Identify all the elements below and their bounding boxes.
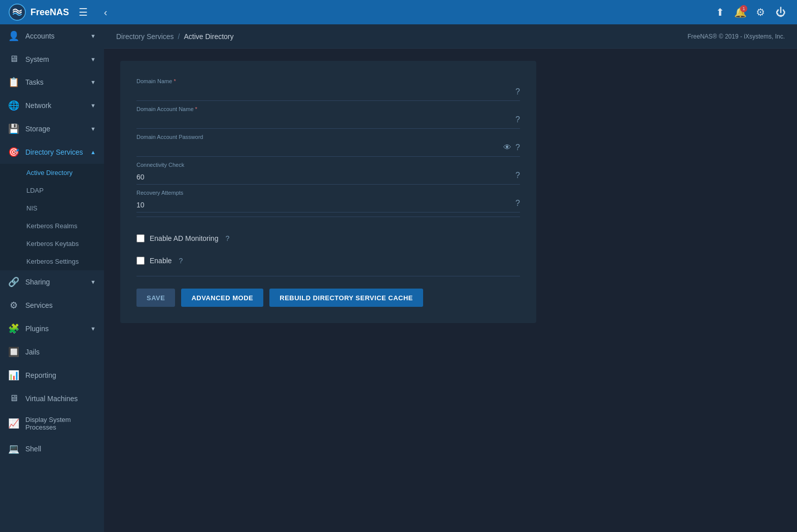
button-row: SAVE ADVANCED MODE REBUILD DIRECTORY SER… [136, 289, 520, 307]
plugins-arrow: ▼ [90, 326, 96, 332]
enable-checkbox[interactable] [136, 257, 145, 265]
kerberos-settings-label: Kerberos Settings [26, 258, 79, 265]
sidebar-item-jails[interactable]: 🔲 Jails [0, 340, 104, 364]
sidebar-sub-item-nis[interactable]: NIS [0, 199, 104, 217]
recovery-attempts-value: 10 [136, 200, 515, 210]
sidebar-sub-item-kerberos-settings[interactable]: Kerberos Settings [0, 253, 104, 270]
virtual-machines-icon: 🖥 [8, 393, 19, 404]
main-layout: 👤 Accounts ▼ 🖥 System ▼ 📋 Tasks ▼ 🌐 Netw… [0, 24, 797, 532]
enable-label[interactable]: Enable [150, 257, 172, 265]
domain-account-name-required: * [195, 106, 197, 112]
reporting-icon: 📊 [8, 370, 19, 381]
accounts-icon: 👤 [8, 30, 19, 42]
sidebar-item-reporting[interactable]: 📊 Reporting [0, 364, 104, 387]
sidebar-label-network: Network [25, 101, 84, 110]
sidebar-item-services[interactable]: ⚙ Services [0, 294, 104, 317]
sidebar-sub-item-kerberos-keytabs[interactable]: Kerberos Keytabs [0, 235, 104, 253]
domain-account-password-icons: 👁 ? [503, 143, 520, 154]
sidebar-item-storage[interactable]: 💾 Storage ▼ [0, 117, 104, 140]
enable-ad-monitoring-help-icon[interactable]: ? [225, 234, 229, 242]
sidebar-sub-item-ldap[interactable]: LDAP [0, 182, 104, 199]
domain-name-help-button[interactable]: ? [515, 87, 520, 96]
help-icon-4: ? [515, 171, 520, 180]
domain-name-icons: ? [515, 87, 520, 98]
sidebar-item-display-system-processes[interactable]: 📈 Display System Processes [0, 410, 104, 437]
sidebar-label-services: Services [25, 301, 96, 309]
breadcrumb-separator: / [178, 32, 180, 41]
breadcrumb-parent[interactable]: Directory Services [116, 32, 174, 41]
help-icon-3: ? [515, 143, 520, 152]
directory-services-arrow: ▲ [90, 149, 96, 155]
power-button[interactable]: ⏻ [773, 4, 789, 20]
sidebar-label-reporting: Reporting [25, 371, 96, 379]
sidebar-label-system: System [25, 55, 84, 63]
sidebar-item-system[interactable]: 🖥 System ▼ [0, 48, 104, 70]
sidebar-label-tasks: Tasks [25, 78, 84, 86]
sidebar-item-directory-services[interactable]: 🎯 Directory Services ▲ [0, 140, 104, 164]
recovery-attempts-field: Recovery Attempts 10 ? [136, 185, 520, 212]
sidebar-item-plugins[interactable]: 🧩 Plugins ▼ [0, 317, 104, 340]
directory-services-submenu: Active Directory LDAP NIS Kerberos Realm… [0, 164, 104, 270]
sidebar-item-shell[interactable]: 💻 Shell [0, 437, 104, 460]
domain-account-name-input[interactable] [136, 116, 515, 126]
settings-button[interactable]: ⚙ [752, 4, 769, 20]
rebuild-cache-button[interactable]: REBUILD DIRECTORY SERVICE CACHE [269, 289, 423, 307]
sidebar-item-tasks[interactable]: 📋 Tasks ▼ [0, 70, 104, 94]
save-button[interactable]: SAVE [136, 289, 175, 307]
connectivity-check-label: Connectivity Check [136, 162, 184, 168]
domain-name-input[interactable] [136, 88, 515, 98]
hamburger-button[interactable]: ☰ [75, 4, 91, 20]
topbar-left: FreeNAS ☰ ‹ [8, 3, 114, 21]
connectivity-check-help-button[interactable]: ? [515, 171, 520, 180]
recovery-attempts-help-button[interactable]: ? [515, 199, 520, 208]
kerberos-realms-label: Kerberos Realms [26, 222, 77, 230]
sidebar-label-jails: Jails [25, 348, 96, 356]
directory-services-icon: 🎯 [8, 147, 19, 158]
sidebar-sub-item-active-directory[interactable]: Active Directory [0, 164, 104, 182]
enable-ad-monitoring-checkbox[interactable] [136, 234, 145, 242]
domain-account-password-input[interactable] [136, 144, 503, 154]
upload-button[interactable]: ⬆ [712, 4, 728, 20]
connectivity-check-field: Connectivity Check 60 ? [136, 157, 520, 185]
sidebar-item-sharing[interactable]: 🔗 Sharing ▼ [0, 270, 104, 294]
notifications-button[interactable]: 🔔 1 [732, 4, 748, 20]
help-icon-5: ? [515, 199, 520, 208]
services-icon: ⚙ [8, 300, 19, 311]
shell-icon: 💻 [8, 443, 19, 454]
domain-account-password-help-button[interactable]: ? [515, 143, 520, 152]
hamburger-icon: ☰ [79, 6, 88, 18]
copyright-text: FreeNAS® © 2019 - iXsystems, Inc. [687, 33, 785, 40]
display-system-processes-icon: 📈 [8, 418, 19, 429]
enable-ad-monitoring-label[interactable]: Enable AD Monitoring [150, 234, 218, 242]
domain-account-name-input-wrap: Domain Account Name * [136, 107, 515, 126]
domain-account-name-help-button[interactable]: ? [515, 115, 520, 124]
tasks-arrow: ▼ [90, 79, 96, 85]
sidebar-label-shell: Shell [25, 445, 96, 453]
sidebar-label-accounts: Accounts [25, 32, 84, 40]
sidebar: 👤 Accounts ▼ 🖥 System ▼ 📋 Tasks ▼ 🌐 Netw… [0, 24, 104, 532]
ldap-label: LDAP [26, 187, 44, 194]
form-divider [136, 217, 520, 217]
back-button[interactable]: ‹ [97, 4, 114, 20]
logo: FreeNAS [8, 3, 69, 21]
sidebar-item-virtual-machines[interactable]: 🖥 Virtual Machines [0, 387, 104, 410]
network-icon: 🌐 [8, 100, 19, 111]
gear-icon: ⚙ [756, 6, 765, 18]
sidebar-sub-item-kerberos-realms[interactable]: Kerberos Realms [0, 217, 104, 235]
topbar-right: ⬆ 🔔 1 ⚙ ⏻ [712, 4, 789, 20]
active-directory-label: Active Directory [26, 169, 73, 176]
form-card: Domain Name * ? Domai [120, 61, 536, 323]
advanced-mode-button[interactable]: ADVANCED MODE [181, 289, 263, 307]
enable-ad-monitoring-row: Enable AD Monitoring ? [136, 227, 520, 250]
sidebar-item-network[interactable]: 🌐 Network ▼ [0, 94, 104, 117]
kerberos-keytabs-label: Kerberos Keytabs [26, 240, 79, 247]
enable-help-icon[interactable]: ? [179, 257, 183, 265]
form-divider-2 [136, 276, 520, 276]
sidebar-item-accounts[interactable]: 👤 Accounts ▼ [0, 24, 104, 48]
connectivity-check-input-wrap: Connectivity Check 60 [136, 163, 515, 182]
toggle-password-button[interactable]: 👁 [503, 143, 511, 152]
recovery-attempts-label: Recovery Attempts [136, 190, 183, 196]
recovery-attempts-icons: ? [515, 199, 520, 210]
enable-row: Enable ? [136, 250, 520, 272]
help-icon: ? [515, 87, 520, 96]
